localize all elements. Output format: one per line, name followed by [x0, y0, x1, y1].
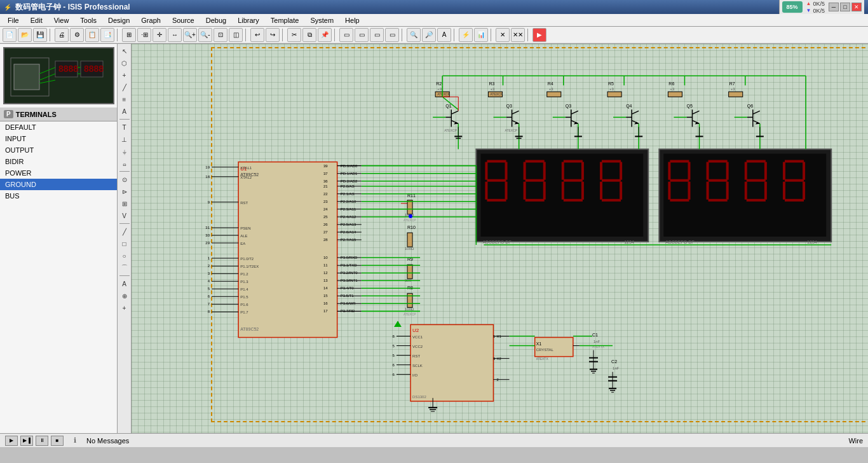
menu-library[interactable]: Library — [233, 15, 264, 25]
tb-zoomin[interactable]: 🔍+ — [183, 28, 197, 42]
svg-text:XTAL2: XTAL2 — [240, 176, 252, 179]
top-right-panel: 85% ▲ 0K/5 ▼ 0K/5 ─ □ ✕ — [779, 0, 864, 14]
svg-text:X1: X1 — [536, 342, 542, 346]
tb-btn3[interactable]: 📋 — [85, 28, 99, 42]
menu-graph[interactable]: Graph — [136, 15, 166, 25]
titlebar-controls[interactable]: ─ □ ✕ — [829, 3, 862, 11]
tb-block3[interactable]: ▭ — [370, 28, 384, 42]
lt-circle[interactable]: ○ — [119, 250, 130, 261]
tb-save[interactable]: 💾 — [33, 28, 47, 42]
lt-probe[interactable]: ⊙ — [119, 174, 130, 185]
playback-controls[interactable]: ▶ ▶▐ ⏸ ■ — [5, 436, 64, 446]
svg-rect-210 — [670, 179, 689, 182]
menu-file[interactable]: File — [3, 15, 24, 25]
tb-zoombox[interactable]: ◫ — [229, 28, 243, 42]
lt-junction[interactable]: + — [119, 69, 130, 81]
svg-rect-211 — [668, 182, 670, 200]
tb-new[interactable]: 📄 — [3, 28, 17, 42]
svg-text:12: 12 — [323, 271, 328, 275]
tb-print[interactable]: 🖨 — [55, 28, 69, 42]
lt-ground[interactable]: ⏛ — [119, 158, 130, 169]
tb-block1[interactable]: ▭ — [339, 28, 353, 42]
tb-del2[interactable]: ✕✕ — [511, 28, 525, 42]
tb-redo[interactable]: ↪ — [266, 28, 280, 42]
menu-help[interactable]: Help — [340, 15, 365, 25]
tb-del1[interactable]: ✕ — [496, 28, 510, 42]
lt-power[interactable]: ⏚ — [119, 146, 130, 157]
tb-btn4[interactable]: 📑 — [100, 28, 114, 42]
tb-zoomfit[interactable]: ⊡ — [214, 28, 227, 42]
lt-arc[interactable]: ⌒ — [119, 262, 130, 273]
lt-gen[interactable]: ⊞ — [119, 198, 130, 209]
svg-rect-222 — [745, 162, 747, 180]
play-button[interactable]: ▶ — [5, 436, 18, 446]
terminal-bus[interactable]: BUS — [0, 190, 117, 202]
lt-select[interactable]: ↖ — [119, 45, 130, 57]
menu-system[interactable]: System — [305, 15, 339, 25]
lt-tape[interactable]: ⊳ — [119, 186, 130, 197]
toolbar-sep-6 — [402, 29, 404, 41]
menu-debug[interactable]: Debug — [201, 15, 231, 25]
menu-view[interactable]: View — [49, 15, 74, 25]
lt-wire[interactable]: ╱ — [119, 81, 130, 93]
tb-cursor[interactable]: ✛ — [153, 28, 166, 42]
lt-line[interactable]: ╱ — [119, 226, 130, 237]
lt-bus[interactable]: ≡ — [119, 93, 130, 105]
svg-text:13: 13 — [323, 279, 328, 282]
lt-textT[interactable]: A — [119, 278, 130, 289]
menu-edit[interactable]: Edit — [25, 15, 48, 25]
svg-text:VCC2: VCC2 — [412, 345, 423, 349]
lt-component[interactable]: ⬡ — [119, 57, 130, 69]
tb-block4[interactable]: ▭ — [385, 28, 399, 42]
canvas-area[interactable]: U1 AT89C52 19 XTAL1 18 XTAL2 9 RST 31 PS… — [132, 44, 868, 433]
tb-prop2[interactable]: 📊 — [474, 28, 488, 42]
minimize-button[interactable]: ─ — [829, 3, 839, 11]
svg-rect-187 — [543, 182, 546, 200]
toolbar-sep-4 — [282, 29, 285, 41]
tb-grid[interactable]: ⊞ — [122, 28, 136, 42]
menu-source[interactable]: Source — [167, 15, 200, 25]
lt-volt[interactable]: V — [119, 210, 130, 221]
tb-prop1[interactable]: ⚡ — [459, 28, 473, 42]
menu-design[interactable]: Design — [103, 15, 135, 25]
tb-snap[interactable]: ⋅⊞ — [137, 28, 151, 42]
tb-cut[interactable]: ✂ — [287, 28, 301, 42]
maximize-button[interactable]: □ — [840, 3, 850, 11]
tb-print2[interactable]: ⚙ — [70, 28, 84, 42]
tb-zoomout[interactable]: 🔍- — [198, 28, 212, 42]
menu-tools[interactable]: Tools — [75, 15, 102, 25]
terminal-bidir[interactable]: BIDIR — [0, 156, 117, 167]
tb-block2[interactable]: ▭ — [355, 28, 369, 42]
tb-undo[interactable]: ↩ — [250, 28, 264, 42]
close-button[interactable]: ✕ — [851, 3, 862, 11]
terminal-ground[interactable]: GROUND — [0, 179, 117, 190]
tb-zoom2[interactable]: 🔎 — [422, 28, 436, 42]
lt-box[interactable]: □ — [119, 238, 130, 249]
svg-rect-243 — [407, 233, 412, 247]
tb-copy[interactable]: ⧉ — [302, 28, 316, 42]
lt-symbol[interactable]: ⊕ — [119, 290, 130, 301]
step-button[interactable]: ▶▐ — [20, 436, 33, 446]
status-message: No Messages — [86, 437, 129, 445]
lt-text[interactable]: T — [119, 121, 130, 133]
tb-pan[interactable]: ↔ — [168, 28, 182, 42]
svg-text:6: 6 — [208, 294, 210, 298]
terminal-output[interactable]: OUTPUT — [0, 144, 117, 156]
lt-add[interactable]: + — [119, 302, 130, 314]
terminal-power[interactable]: POWER — [0, 167, 117, 179]
pause-button[interactable]: ⏸ — [36, 436, 48, 446]
tb-zoom[interactable]: 🔍 — [407, 28, 421, 42]
terminal-default[interactable]: DEFAULT — [0, 121, 117, 133]
svg-rect-182 — [526, 160, 545, 163]
lt-bus2[interactable]: ⊥ — [119, 134, 130, 145]
tb-run[interactable]: ▶ — [532, 28, 546, 42]
tb-text[interactable]: A — [437, 28, 451, 42]
lt-label[interactable]: A — [119, 106, 130, 117]
svg-text:24: 24 — [323, 207, 328, 211]
tb-open[interactable]: 📂 — [18, 28, 32, 42]
svg-text:25: 25 — [323, 215, 328, 219]
terminal-input[interactable]: INPUT — [0, 133, 117, 144]
menu-template[interactable]: Template — [266, 15, 304, 25]
tb-paste[interactable]: 📌 — [318, 28, 332, 42]
stop-button[interactable]: ■ — [51, 436, 64, 446]
